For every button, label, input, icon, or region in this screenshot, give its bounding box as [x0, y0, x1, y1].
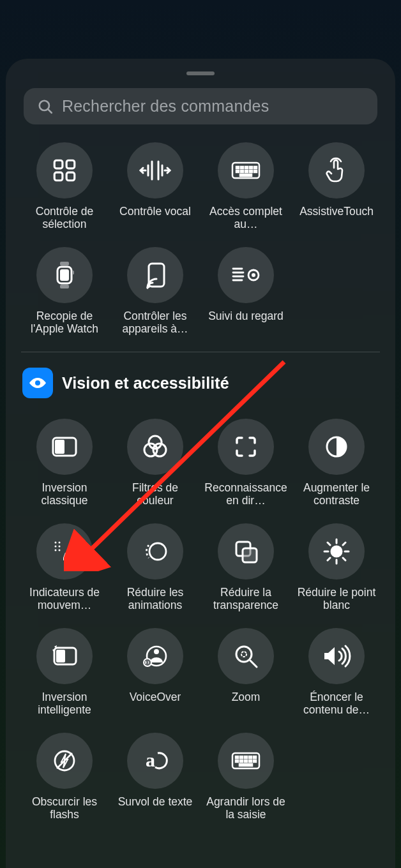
svg-rect-12 — [241, 167, 243, 168]
classic-invert-icon — [50, 435, 79, 458]
svg-line-58 — [343, 558, 345, 560]
control-reduce-white-point[interactable]: Réduire le point blanc — [293, 517, 380, 618]
waveform-icon — [139, 157, 171, 184]
svg-rect-83 — [239, 764, 252, 766]
hand-tap-icon — [324, 156, 349, 184]
control-motion-cues[interactable]: Indicateurs de mouvem… — [21, 517, 108, 618]
item-label: Survol de texte — [118, 795, 193, 808]
item-label: Contrôle vocal — [119, 205, 191, 218]
control-voice-control[interactable]: Contrôle vocal — [112, 136, 199, 237]
svg-rect-16 — [236, 170, 239, 172]
search-icon — [36, 98, 54, 116]
device-cast-icon — [144, 261, 167, 289]
svg-text:a: a — [146, 749, 155, 770]
contrast-icon — [324, 434, 349, 460]
item-label: Reconnaissance en dir… — [204, 481, 288, 507]
item-label: Zoom — [232, 691, 261, 703]
hover-text-icon: a — [142, 747, 169, 774]
svg-rect-81 — [249, 760, 252, 762]
svg-rect-82 — [253, 760, 256, 762]
control-voiceover[interactable]: VoiceOver — [112, 622, 199, 722]
item-label: Agrandir lors de la saisie — [204, 795, 288, 821]
svg-rect-5 — [66, 172, 75, 181]
svg-point-35 — [35, 380, 40, 385]
svg-rect-48 — [65, 555, 73, 557]
svg-rect-13 — [245, 167, 248, 168]
item-label: Réduire les animations — [113, 586, 197, 611]
item-label: Accès complet au… — [204, 205, 288, 230]
control-zoom[interactable]: Zoom — [202, 622, 289, 722]
svg-point-67 — [241, 652, 246, 657]
control-hover-text[interactable]: a Survol de texte — [112, 726, 199, 827]
svg-rect-24 — [60, 262, 69, 266]
zoom-icon — [232, 643, 259, 670]
item-label: Réduire la transparence — [204, 586, 288, 611]
item-label: Inversion classique — [22, 481, 107, 507]
sun-icon — [322, 537, 351, 565]
svg-line-1 — [48, 109, 51, 112]
control-eye-tracking[interactable]: Suivi du regard — [202, 241, 289, 341]
svg-rect-73 — [236, 756, 238, 758]
svg-point-47 — [59, 550, 61, 551]
svg-rect-79 — [240, 760, 243, 762]
svg-point-44 — [55, 546, 57, 548]
sheet-grabber[interactable] — [186, 71, 215, 75]
grid-squares-icon — [51, 157, 78, 184]
svg-rect-26 — [72, 271, 74, 274]
color-filters-icon — [141, 433, 169, 460]
svg-rect-76 — [249, 756, 252, 758]
control-hover-typing[interactable]: Agrandir lors de la saisie — [202, 726, 289, 827]
item-label: AssistiveTouch — [299, 205, 374, 218]
car-motion-icon — [50, 539, 79, 564]
control-color-filters[interactable]: Filtres de couleur — [112, 412, 199, 513]
svg-rect-62 — [56, 650, 65, 662]
vision-grid: Inversion classique Filtres de couleur R… — [19, 401, 382, 832]
svg-rect-75 — [245, 756, 247, 758]
control-control-nearby-devices[interactable]: Contrôler les appareils à… — [112, 241, 199, 341]
svg-rect-25 — [60, 285, 69, 288]
svg-point-30 — [252, 273, 255, 277]
control-reduce-transparency[interactable]: Réduire la transparence — [202, 517, 289, 618]
viewfinder-icon — [233, 434, 259, 460]
svg-line-57 — [328, 542, 330, 545]
svg-rect-15 — [254, 167, 257, 168]
control-live-recognition[interactable]: Reconnaissance en dir… — [202, 412, 289, 513]
svg-rect-14 — [250, 167, 252, 168]
svg-point-45 — [59, 546, 61, 548]
control-classic-invert[interactable]: Inversion classique — [21, 412, 108, 513]
svg-rect-18 — [245, 170, 248, 172]
svg-rect-23 — [60, 269, 69, 281]
svg-line-68 — [250, 661, 257, 667]
control-assistivetouch[interactable]: AssistiveTouch — [293, 136, 380, 237]
item-label: Indicateurs de mouvem… — [22, 586, 107, 611]
svg-rect-21 — [240, 174, 252, 176]
svg-point-52 — [331, 546, 342, 557]
keyboard-icon — [231, 160, 261, 181]
svg-point-43 — [59, 542, 61, 544]
search-bar[interactable] — [24, 88, 377, 124]
item-label: Recopie de l'Apple Watch — [22, 310, 107, 335]
svg-point-42 — [55, 542, 57, 544]
svg-point-66 — [236, 647, 252, 662]
section-title: Vision et accessibilité — [62, 374, 229, 393]
control-full-keyboard-access[interactable]: Accès complet au… — [202, 136, 289, 237]
item-label: Réduire le point blanc — [294, 586, 379, 611]
search-input[interactable] — [62, 97, 365, 116]
svg-rect-80 — [245, 760, 247, 762]
control-dim-flashing-lights[interactable]: Obscurcir les flashs — [21, 726, 108, 827]
svg-rect-78 — [236, 760, 238, 762]
control-speak-screen[interactable]: Énoncer le contenu de… — [293, 622, 380, 722]
control-switch-control[interactable]: Contrôle de sélection — [21, 136, 108, 237]
svg-rect-17 — [241, 170, 243, 172]
control-smart-invert[interactable]: Inversion intelligente — [21, 622, 108, 722]
svg-point-64 — [154, 649, 159, 654]
item-label: Contrôler les appareils à… — [113, 310, 197, 335]
control-increase-contrast[interactable]: Augmenter le contraste — [293, 412, 380, 513]
control-apple-watch-mirroring[interactable]: Recopie de l'Apple Watch — [21, 241, 108, 341]
section-header-vision: Vision et accessibilité — [19, 368, 382, 398]
speaker-icon — [322, 644, 351, 668]
control-reduce-motion[interactable]: Réduire les animations — [112, 517, 199, 618]
keyboard-magnify-icon — [231, 751, 261, 771]
svg-rect-2 — [54, 160, 63, 168]
item-label: Suivi du regard — [208, 310, 284, 322]
